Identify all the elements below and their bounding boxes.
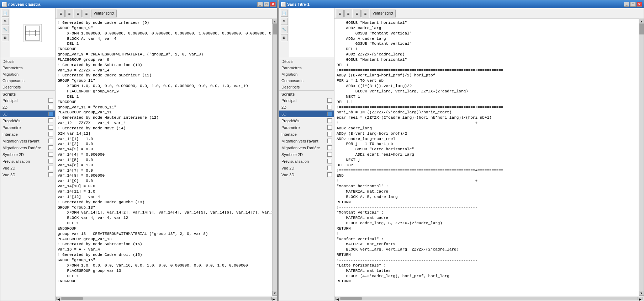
right-icon-page[interactable]: 📄: [281, 10, 288, 17]
left-toolbar-icon4[interactable]: ≡: [83, 10, 90, 17]
left-script-parametre[interactable]: Paramètre: [0, 124, 55, 131]
left-nav-details[interactable]: Détails: [0, 58, 55, 65]
left-script-migration-arriere[interactable]: Migration vers l'arrière: [0, 144, 55, 151]
left-window-controls: _ □ ✕: [257, 2, 276, 7]
right-toolbar-icon4[interactable]: ≡: [361, 10, 369, 17]
right-nav-migration[interactable]: Migration: [279, 71, 334, 77]
left-hscroll-thumb[interactable]: [62, 297, 83, 300]
right-script-3d[interactable]: 3D: [279, 111, 334, 117]
right-script-parametre[interactable]: Paramètre: [279, 124, 334, 131]
left-window-icon: ⬜: [2, 2, 7, 7]
left-script-migration-avant[interactable]: Migration vers l'avant: [0, 138, 55, 144]
right-minimize-btn[interactable]: _: [624, 2, 629, 7]
right-scroll-up[interactable]: ▲: [639, 19, 644, 24]
right-nav-params[interactable]: Paramètres: [279, 65, 334, 71]
left-toolbar-icon1[interactable]: ≡: [57, 10, 65, 17]
right-hscroll-thumb[interactable]: [341, 297, 362, 300]
left-hscroll-track[interactable]: [61, 297, 271, 300]
right-title-bar: ⬜ Sans Titre-1 _ □ ✕: [279, 0, 644, 8]
left-script-vue3d[interactable]: Vue 3D: [0, 171, 55, 178]
right-maximize-btn[interactable]: □: [630, 2, 636, 7]
left-hscroll[interactable]: ◄ ►: [56, 296, 277, 301]
left-script-principal[interactable]: Principal: [0, 97, 55, 104]
left-window-body: 📄 👁 🔧 ▦ Détails Paramètres: [0, 8, 277, 301]
left-scroll-up[interactable]: ▲: [273, 19, 278, 24]
left-hscroll-left[interactable]: ◄: [56, 297, 61, 300]
right-hscroll[interactable]: ◄ ►: [334, 296, 644, 301]
left-nav-composants[interactable]: Composants: [0, 77, 55, 84]
left-title-bar: ⬜ nouveau claustra _ □ ✕: [0, 0, 277, 8]
right-vscroll[interactable]: ▲ ▼: [639, 19, 644, 296]
left-minimize-btn[interactable]: _: [257, 2, 263, 7]
right-verify-btn[interactable]: Vérifier script: [370, 10, 396, 17]
preview-svg: [22, 22, 43, 44]
left-verify-btn[interactable]: Vérifier script: [91, 10, 117, 17]
right-icon-tools[interactable]: 🔧: [281, 26, 288, 33]
left-maximize-btn[interactable]: □: [264, 2, 269, 7]
right-script-proprietes[interactable]: Propriétés: [279, 117, 334, 124]
right-scripts-label: Scripts: [279, 91, 334, 97]
right-icon-view[interactable]: 👁: [281, 18, 288, 25]
right-script-migration-avant[interactable]: Migration vers l'avant: [279, 138, 334, 144]
right-window: ⬜ Sans Titre-1 _ □ ✕ 📄 👁 🔧 ▦: [279, 0, 644, 301]
left-script-previsu[interactable]: Prévisualisation: [0, 158, 55, 165]
right-toolbar: ≡ ≡ ≡ ≡ Vérifier script: [334, 8, 644, 19]
right-nav-composants[interactable]: Composants: [279, 77, 334, 84]
left-code-area[interactable]: ! Generated by node cadre inférieur (9) …: [56, 19, 272, 296]
right-window-title: Sans Titre-1: [287, 2, 624, 6]
right-scroll-thumb[interactable]: [639, 24, 644, 34]
right-script-previsu[interactable]: Prévisualisation: [279, 158, 334, 165]
left-hscroll-right[interactable]: ►: [271, 297, 276, 300]
left-code-content[interactable]: ! Generated by node cadre inférieur (9) …: [56, 19, 272, 296]
left-code-container: ! Generated by node cadre inférieur (9) …: [56, 19, 277, 296]
right-script-principal[interactable]: Principal: [279, 97, 334, 104]
icon-grid[interactable]: ▦: [2, 34, 9, 41]
left-script-interface[interactable]: Interface: [0, 131, 55, 138]
right-code-content[interactable]: GOSUB "Montant horizontal" ADDz cadre_la…: [334, 19, 639, 296]
left-script-proprietes[interactable]: Propriétés: [0, 117, 55, 124]
right-script-vue2d[interactable]: Vue 2D: [279, 165, 334, 171]
right-close-btn[interactable]: ✕: [637, 2, 642, 7]
right-nav-details[interactable]: Détails: [279, 58, 334, 65]
left-nav-migration[interactable]: Migration: [0, 71, 55, 77]
left-nav-descriptifs[interactable]: Descriptifs: [0, 84, 55, 90]
left-nav-params[interactable]: Paramètres: [0, 65, 55, 71]
right-toolbar-icon1[interactable]: ≡: [336, 10, 344, 17]
left-toolbar-icon3[interactable]: ≡: [74, 10, 82, 17]
left-toolbar: ≡ ≡ ≡ ≡ Vérifier script: [56, 8, 277, 19]
window-divider: [278, 0, 278, 301]
left-script-2d[interactable]: 2D: [0, 104, 55, 111]
right-window-icon: ⬜: [281, 2, 286, 7]
right-icon-strip: 📄 👁 🔧 ▦: [279, 8, 289, 58]
right-hscroll-right[interactable]: ►: [638, 297, 643, 300]
right-script-migration-arriere[interactable]: Migration vers l'arrière: [279, 144, 334, 151]
left-window-title: nouveau claustra: [8, 2, 257, 6]
icon-page[interactable]: 📄: [2, 10, 9, 17]
left-script-3d[interactable]: 3D: [0, 111, 55, 117]
left-close-btn[interactable]: ✕: [270, 2, 276, 7]
right-hscroll-left[interactable]: ◄: [335, 297, 340, 300]
right-toolbar-icon3[interactable]: ≡: [353, 10, 361, 17]
left-script-vue2d[interactable]: Vue 2D: [0, 165, 55, 171]
left-vscroll[interactable]: ▲ ▼: [272, 19, 277, 296]
right-script-interface[interactable]: Interface: [279, 131, 334, 138]
right-code-area[interactable]: GOSUB "Montant horizontal" ADDz cadre_la…: [334, 19, 639, 296]
right-script-vue3d[interactable]: Vue 3D: [279, 171, 334, 178]
right-scroll-track[interactable]: [639, 24, 644, 291]
left-scroll-thumb[interactable]: [273, 24, 277, 34]
right-scroll-down[interactable]: ▼: [639, 291, 644, 296]
icon-view[interactable]: 👁: [2, 18, 9, 25]
left-window: ⬜ nouveau claustra _ □ ✕ 📄 👁 🔧 ▦: [0, 0, 278, 301]
left-toolbar-icon2[interactable]: ≡: [65, 10, 73, 17]
left-scroll-track[interactable]: [273, 24, 277, 291]
right-script-2d[interactable]: 2D: [279, 104, 334, 111]
icon-tools[interactable]: 🔧: [2, 26, 9, 33]
right-hscroll-track[interactable]: [340, 297, 638, 300]
right-toolbar-icon2[interactable]: ≡: [344, 10, 352, 17]
left-script-symbole2d[interactable]: Symbole 2D: [0, 151, 55, 158]
right-nav-descriptifs[interactable]: Descriptifs: [279, 84, 334, 90]
right-icon-grid[interactable]: ▦: [281, 34, 288, 41]
left-scroll-down[interactable]: ▼: [273, 291, 278, 296]
right-window-controls: _ □ ✕: [624, 2, 642, 7]
right-script-symbole2d[interactable]: Symbole 2D: [279, 151, 334, 158]
